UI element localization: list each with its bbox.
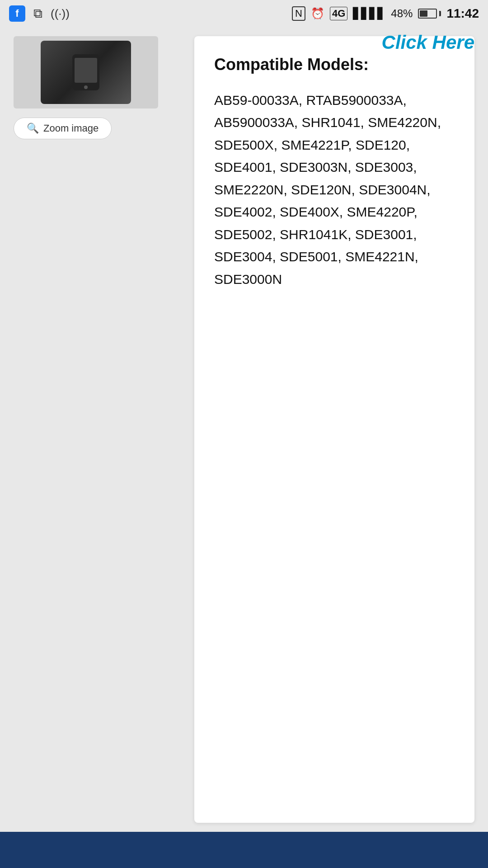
- battery-percentage: 48%: [391, 7, 413, 20]
- svg-rect-1: [75, 58, 97, 83]
- nfc-icon: N: [292, 6, 305, 21]
- status-bar: f ⧉ ((·)) N ⏰ 4G ▋▋▋▋ 48% 11:42: [0, 0, 488, 27]
- copy-icon: ⧉: [33, 6, 42, 21]
- status-bar-left: f ⧉ ((·)): [9, 5, 70, 22]
- zoom-label: Zoom image: [43, 123, 99, 134]
- signal-waves-icon: ((·)): [51, 7, 70, 21]
- models-list: AB59-00033A, RTAB5900033A, AB5900033A, S…: [214, 89, 455, 291]
- facebook-icon: f: [9, 5, 25, 22]
- compatible-models-title: Compatible Models:: [214, 54, 455, 75]
- device-svg: [63, 50, 108, 95]
- bottom-navigation-bar: [0, 832, 488, 868]
- svg-point-2: [84, 85, 88, 89]
- left-column: 🔍 Zoom image: [14, 36, 185, 823]
- battery-icon: [418, 9, 441, 19]
- product-image-container: [14, 36, 158, 108]
- right-column: Compatible Models: AB59-00033A, RTAB5900…: [194, 36, 474, 823]
- main-content: Click Here 🔍 Zoom image Compatible Model…: [0, 27, 488, 832]
- click-here-link[interactable]: Click Here: [382, 32, 474, 53]
- signal-bars-icon: ▋▋▋▋: [353, 7, 385, 20]
- clock-time: 11:42: [446, 6, 479, 21]
- alarm-icon: ⏰: [311, 7, 324, 20]
- zoom-image-button[interactable]: 🔍 Zoom image: [14, 118, 112, 139]
- product-image: [41, 41, 131, 104]
- zoom-icon: 🔍: [27, 123, 39, 134]
- network-type-label: 4G: [330, 7, 347, 20]
- status-bar-right: N ⏰ 4G ▋▋▋▋ 48% 11:42: [292, 6, 479, 21]
- compatible-card: Compatible Models: AB59-00033A, RTAB5900…: [194, 36, 474, 823]
